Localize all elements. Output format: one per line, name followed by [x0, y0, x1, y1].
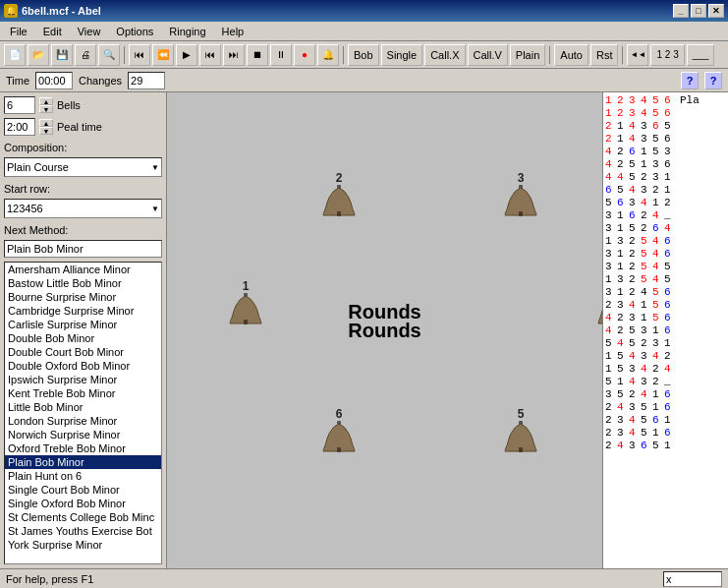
change-row: 123456	[605, 107, 726, 120]
sep2	[343, 46, 344, 64]
rounds-label: Rounds	[348, 300, 420, 323]
callv-button[interactable]: Call.V	[468, 44, 508, 66]
composition-label: Composition:	[4, 142, 162, 153]
method-item[interactable]: St Clements College Bob Minc	[5, 510, 161, 524]
skip-end-button[interactable]: ⏭	[223, 44, 245, 66]
method-item[interactable]: Kent Treble Bob Minor	[5, 386, 161, 400]
fast-back-button[interactable]: ⏪	[152, 44, 174, 66]
extra-button[interactable]: ___	[687, 44, 715, 66]
method-item[interactable]: Single Court Bob Minor	[5, 483, 161, 497]
method-item[interactable]: Double Oxford Bob Minor	[5, 359, 161, 373]
time-field[interactable]: 00:00	[35, 72, 73, 89]
change-row: 312456	[605, 286, 726, 299]
open-button[interactable]: 📂	[28, 44, 49, 66]
method-item[interactable]: Bourne Surprise Minor	[5, 290, 161, 304]
composition-value: Plain Course	[7, 161, 69, 173]
menu-ringing[interactable]: Ringing	[161, 22, 213, 40]
method-item[interactable]: York Surprise Minor	[5, 538, 161, 552]
skip-start-button[interactable]: ⏮	[199, 44, 221, 66]
method-list[interactable]: Amersham Alliance MinorBastow Little Bob…	[4, 262, 162, 564]
status-value: x	[663, 571, 722, 587]
method-item[interactable]: Bastow Little Bob Minor	[5, 276, 161, 290]
method-item[interactable]: Double Court Bob Minor	[5, 345, 161, 359]
status-help-text: For help, press F1	[6, 573, 663, 585]
play-button[interactable]: ▶	[176, 44, 197, 66]
peal-time-input[interactable]: 2:00	[4, 118, 35, 136]
rst-button[interactable]: Rst	[590, 44, 619, 66]
prev-change-button[interactable]: ◄◄	[627, 44, 648, 66]
menubar: File Edit View Options Ringing Help	[0, 22, 728, 41]
change-row: 445231	[605, 171, 726, 184]
minimize-button[interactable]: _	[673, 4, 689, 18]
change-row: 243516	[605, 401, 726, 414]
method-item[interactable]: Cambridge Surprise Minor	[5, 304, 161, 318]
menu-edit[interactable]: Edit	[35, 22, 70, 40]
method-item[interactable]: Ipswich Surprise Minor	[5, 373, 161, 386]
method-item[interactable]: Plain Bob Minor	[5, 455, 161, 469]
save-button[interactable]: 💾	[51, 44, 73, 66]
bob-button[interactable]: Bob	[348, 44, 379, 66]
callx-button[interactable]: Call.X	[424, 44, 465, 66]
pause-button[interactable]: ⏸	[270, 44, 292, 66]
change-row: 51432_	[605, 376, 726, 388]
bell-2: 2	[319, 171, 359, 219]
plain-button[interactable]: Plain	[510, 44, 545, 66]
right-panel: 123456Pla1234562143652143564261534251364…	[602, 92, 728, 568]
change-row: 423156	[605, 312, 726, 324]
skip-back-button[interactable]: ⏮	[129, 44, 150, 66]
bells-input[interactable]: 6	[4, 96, 35, 114]
menu-view[interactable]: View	[70, 22, 109, 40]
maximize-button[interactable]: □	[691, 4, 706, 18]
changes-label: Changes	[79, 75, 122, 87]
next-method-input[interactable]: Plain Bob Minor	[4, 240, 162, 258]
menu-help[interactable]: Help	[214, 22, 252, 40]
bell-3: 3	[501, 171, 540, 219]
stop-sq-button[interactable]: ⏹	[247, 44, 268, 66]
handbell-button[interactable]: 🔔	[317, 44, 339, 66]
help-icon-q2[interactable]: ?	[704, 72, 722, 89]
peal-time-up[interactable]: ▲	[39, 119, 53, 127]
time-label: Time	[6, 75, 29, 87]
changes-field[interactable]: 29	[128, 72, 165, 89]
method-item[interactable]: Carlisle Surprise Minor	[5, 318, 161, 331]
record-button[interactable]: ●	[294, 44, 315, 66]
left-panel: 6 ▲ ▼ Bells 2:00 ▲ ▼ Peal time Compositi…	[0, 92, 167, 568]
new-button[interactable]: 📄	[4, 44, 26, 66]
bells-up[interactable]: ▲	[39, 97, 53, 105]
print-button[interactable]: 🖨	[75, 44, 96, 66]
method-item[interactable]: Double Bob Minor	[5, 331, 161, 345]
method-item[interactable]: Single Oxford Bob Minor	[5, 497, 161, 510]
help-icon-q[interactable]: ?	[681, 72, 699, 89]
bell-number-6: 6	[336, 407, 343, 421]
method-item[interactable]: St James Youths Exercise Bot	[5, 524, 161, 538]
change-row: 234516	[605, 427, 726, 440]
method-item[interactable]: Amersham Alliance Minor	[5, 263, 161, 276]
method-item[interactable]: London Surprise Minor	[5, 414, 161, 428]
titlebar-left: 🔔 6bell.mcf - Abel	[4, 4, 101, 18]
start-row-combo[interactable]: 123456 ▼	[4, 199, 162, 218]
method-item[interactable]: Norwich Surprise Minor	[5, 428, 161, 441]
single-button[interactable]: Single	[381, 44, 423, 66]
auto-button[interactable]: Auto	[554, 44, 588, 66]
method-item[interactable]: Plain Hunt on 6	[5, 469, 161, 483]
next-method-label: Next Method:	[4, 224, 162, 236]
method-item[interactable]: Oxford Treble Bob Minor	[5, 441, 161, 455]
change-row: 352416	[605, 388, 726, 401]
menu-file[interactable]: File	[2, 22, 35, 40]
close-button[interactable]: ✕	[708, 4, 724, 18]
change-row: 214356	[605, 133, 726, 146]
change-row: 312545	[605, 261, 726, 273]
change-row: 153424	[605, 363, 726, 376]
timebar: Time 00:00 Changes 29 ? ?	[0, 69, 728, 92]
changes-header: 123456Pla	[605, 94, 726, 106]
preview-button[interactable]: 🔍	[98, 44, 120, 66]
menu-options[interactable]: Options	[108, 22, 161, 40]
peal-time-spinner: ▲ ▼	[39, 119, 53, 135]
bell-5: 5	[501, 407, 540, 455]
start-row-label: Start row:	[4, 183, 162, 195]
bells-down[interactable]: ▼	[39, 105, 53, 113]
peal-time-down[interactable]: ▼	[39, 127, 53, 135]
method-item[interactable]: Little Bob Minor	[5, 400, 161, 414]
svg-rect-3	[337, 211, 341, 216]
composition-combo[interactable]: Plain Course ▼	[4, 157, 162, 177]
